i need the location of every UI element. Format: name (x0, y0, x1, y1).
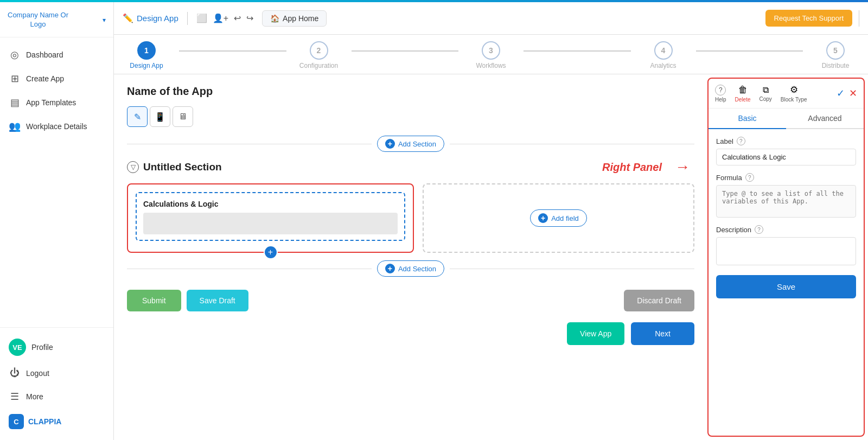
clappia-logo: C (9, 414, 24, 429)
design-app-icon: ✏️ (123, 13, 133, 23)
block-type-label: Block Type (781, 97, 807, 103)
divider-line-3 (450, 269, 694, 269)
description-textarea[interactable] (716, 237, 856, 265)
sidebar-item-logout[interactable]: ⏻ Logout (0, 361, 113, 385)
copy-button[interactable]: ⧉ Copy (759, 85, 771, 102)
delete-button[interactable]: 🗑 Delete (735, 85, 751, 103)
step-design-app[interactable]: 1 Design App (114, 41, 179, 74)
chevron-down-icon: ▾ (103, 16, 106, 24)
delete-label: Delete (735, 97, 751, 103)
undo-icon[interactable]: ↩ (234, 13, 241, 23)
right-panel: ? Help 🗑 Delete ⧉ Copy ⚙ Block Type (707, 78, 865, 437)
description-field-label: Description ? (716, 225, 856, 234)
tab-basic[interactable]: Basic (709, 109, 786, 129)
step-circle-1: 1 (137, 41, 156, 60)
confirm-icon[interactable]: ✓ (837, 87, 845, 99)
step-label-4: Analytics (650, 62, 676, 74)
company-logo[interactable]: Company Name OrLogo ▾ (0, 2, 113, 37)
help-icon: ? (715, 85, 726, 95)
help-button[interactable]: ? Help (715, 85, 726, 103)
discard-draft-button[interactable]: Discard Draft (624, 290, 694, 311)
header-icons: ⬜ 👤+ ↩ ↪ (196, 13, 253, 23)
right-panel-body: Label ? Formula ? De (709, 129, 864, 436)
divider-line (127, 144, 372, 144)
field-input-placeholder (143, 213, 398, 234)
add-section-label-2: Add Section (398, 265, 436, 273)
formula-textarea[interactable] (716, 185, 856, 218)
step-label-5: Distribute (822, 62, 850, 74)
step-configuration[interactable]: 2 Configuration (286, 41, 352, 74)
sidebar-item-dashboard[interactable]: ◎ Dashboard (0, 43, 113, 67)
view-edit-icon[interactable]: ✎ (127, 106, 148, 127)
plus-circle-icon-2: + (538, 213, 548, 223)
design-app-label: Design App (137, 14, 178, 23)
header-divider (187, 12, 188, 25)
field-label: Calculations & Logic (143, 200, 398, 208)
step-connector-2 (352, 50, 459, 52)
sidebar-item-workplace-details[interactable]: 👥 Workplace Details (0, 114, 113, 138)
step-circle-4: 4 (654, 41, 673, 60)
redo-icon[interactable]: ↪ (246, 13, 253, 23)
bottom-actions: Submit Save Draft Discard Draft (127, 290, 694, 311)
field-add-button[interactable]: + (264, 245, 278, 259)
section-header: ▽ Untitled Section Right Panel → (127, 158, 694, 176)
close-icon[interactable]: ✕ (849, 87, 857, 99)
step-analytics[interactable]: 4 Analytics (631, 41, 696, 74)
gear-icon: ⚙ (790, 84, 798, 95)
sidebar-item-create-app[interactable]: ⊞ Create App (0, 67, 113, 91)
tab-advanced[interactable]: Advanced (786, 109, 864, 128)
divider-line (450, 144, 694, 144)
block-type-button[interactable]: ⚙ Block Type (781, 84, 807, 103)
section-title: Untitled Section (143, 161, 222, 173)
step-circle-2: 2 (310, 41, 328, 60)
sidebar-item-app-templates[interactable]: ▤ App Templates (0, 91, 113, 114)
more-icon: ☰ (9, 391, 21, 403)
app-name: Name of the App (127, 85, 694, 98)
right-panel-save-button[interactable]: Save (716, 275, 856, 298)
profile-item[interactable]: VE Profile (0, 333, 113, 361)
sidebar-item-label: Dashboard (26, 50, 63, 59)
divider-line-2 (127, 269, 372, 269)
sidebar-item-label: Workplace Details (26, 122, 87, 131)
next-button[interactable]: Next (631, 322, 694, 345)
frame-icon[interactable]: ⬜ (196, 13, 207, 23)
add-field-button[interactable]: + Add field (530, 209, 587, 227)
collapse-section-button[interactable]: ▽ (127, 161, 139, 173)
dashboard-icon: ◎ (9, 49, 21, 61)
step-distribute[interactable]: 5 Distribute (803, 41, 868, 74)
design-app-button[interactable]: ✏️ Design App (123, 13, 178, 23)
sidebar-item-more[interactable]: ☰ More (0, 385, 113, 409)
copy-icon: ⧉ (763, 85, 769, 95)
save-draft-button[interactable]: Save Draft (187, 290, 248, 311)
step-connector-4 (696, 50, 803, 52)
sidebar-bottom: VE Profile ⏻ Logout ☰ More C CLAPPIA (0, 327, 113, 440)
add-section-row-top: + Add Section (127, 136, 694, 152)
calc-field-container: Calculations & Logic + (127, 183, 414, 253)
step-connector-1 (179, 50, 286, 52)
add-section-button-top[interactable]: + Add Section (377, 136, 444, 152)
view-mobile-icon[interactable]: 📱 (150, 106, 170, 127)
plus-circle-icon: + (385, 139, 395, 149)
header-right: Request Tech Support (765, 10, 859, 27)
label-help-icon[interactable]: ? (737, 137, 745, 145)
app-home-button[interactable]: 🏠 App Home (262, 10, 327, 27)
view-app-button[interactable]: View App (567, 322, 624, 345)
calc-field-inner[interactable]: Calculations & Logic (136, 192, 405, 241)
clappia-label: CLAPPIA (28, 417, 61, 426)
label-input[interactable] (716, 149, 856, 165)
formula-field-label: Formula ? (716, 173, 856, 182)
view-desktop-icon[interactable]: 🖥 (173, 106, 193, 127)
sidebar: Company Name OrLogo ▾ ◎ Dashboard ⊞ Crea… (0, 2, 114, 440)
submit-button[interactable]: Submit (127, 290, 181, 311)
formula-help-icon[interactable]: ? (745, 173, 754, 182)
empty-field-block: + Add field (423, 183, 694, 253)
add-section-button-bottom[interactable]: + Add Section (377, 260, 444, 277)
step-workflows[interactable]: 3 Workflows (458, 41, 524, 74)
step-label-3: Workflows (476, 62, 506, 74)
add-section-label: Add Section (398, 140, 436, 148)
step-connector-3 (524, 50, 631, 52)
request-support-button[interactable]: Request Tech Support (765, 10, 852, 27)
description-help-icon[interactable]: ? (755, 225, 763, 234)
workplace-icon: 👥 (9, 120, 21, 132)
users-icon[interactable]: 👤+ (213, 13, 228, 23)
